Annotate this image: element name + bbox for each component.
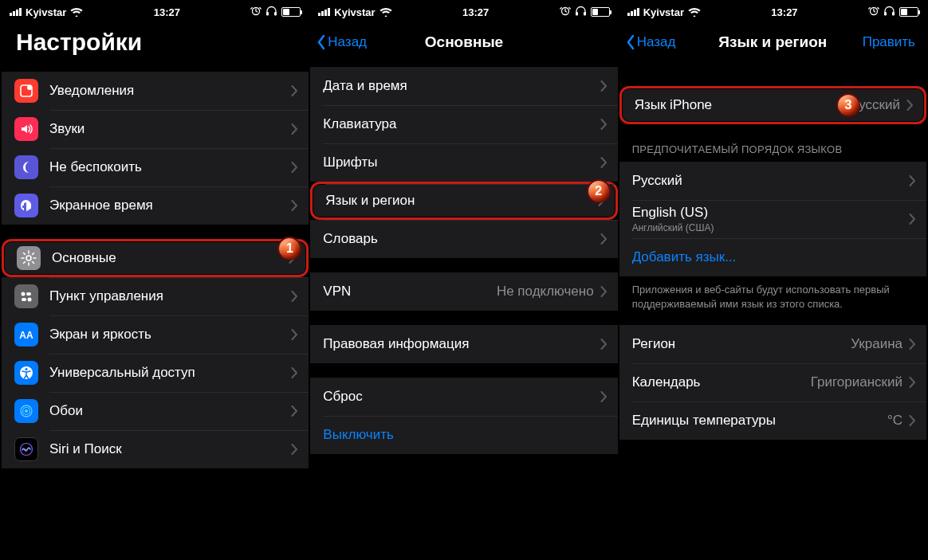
carrier-label: Kyivstar xyxy=(334,6,375,18)
step-marker: 1 xyxy=(277,237,301,260)
settings-row[interactable]: Единицы температуры°C xyxy=(619,401,926,440)
settings-row[interactable]: Словарь xyxy=(310,220,617,258)
settings-row[interactable]: Выключить xyxy=(310,416,617,454)
signal-icon xyxy=(627,8,639,16)
settings-row[interactable]: Обои xyxy=(2,392,309,430)
chevron-right-icon xyxy=(291,123,297,135)
nav-bar: Назад Язык и регион Править xyxy=(619,22,926,62)
page-title: Настройки xyxy=(16,22,142,67)
signal-icon xyxy=(10,8,22,16)
row-sublabel: Английский (США) xyxy=(632,222,902,233)
settings-row[interactable]: Язык и регион2 xyxy=(310,182,617,220)
step-marker: 3 xyxy=(836,93,860,117)
nav-bar: Назад Основные xyxy=(310,22,617,62)
row-label: Добавить язык... xyxy=(632,249,915,265)
group-reset: СбросВыключить xyxy=(310,378,617,454)
edit-button[interactable]: Править xyxy=(863,22,915,62)
svg-rect-11 xyxy=(22,298,26,301)
row-label: Сброс xyxy=(323,389,593,405)
settings-row[interactable]: РегионУкраина xyxy=(619,325,926,363)
row-label: Шрифты xyxy=(323,155,593,170)
page-title: Язык и регион xyxy=(718,33,827,51)
alarm-icon xyxy=(560,6,571,18)
settings-row[interactable]: Русский xyxy=(619,162,926,200)
settings-row[interactable]: Основные1 xyxy=(2,239,309,277)
chevron-right-icon xyxy=(291,444,297,455)
settings-row[interactable]: КалендарьГригорианский xyxy=(619,363,926,401)
headphones-icon xyxy=(883,6,895,18)
screen-general: Kyivstar 13:27 Назад Основные Дата и вре… xyxy=(309,2,617,558)
group-system: Дата и времяКлавиатураШрифтыЯзык и регио… xyxy=(310,67,617,258)
row-label: Экранное время xyxy=(49,198,285,213)
chevron-right-icon xyxy=(600,80,607,92)
notifications-icon xyxy=(14,79,38,103)
settings-row[interactable]: Правовая информация xyxy=(310,325,617,363)
group-preferred-langs: ПРЕДПОЧИТАЕМЫЙ ПОРЯДОК ЯЗЫКОВ РусскийEng… xyxy=(619,139,926,311)
alarm-icon xyxy=(250,6,261,18)
status-bar: Kyivstar 13:27 xyxy=(2,2,309,22)
settings-row[interactable]: Экранное время xyxy=(2,186,309,225)
settings-row[interactable]: Дата и время xyxy=(310,67,617,105)
battery-icon xyxy=(899,7,918,17)
wifi-icon xyxy=(379,7,392,17)
headphones-icon xyxy=(575,6,587,18)
back-button[interactable]: Назад xyxy=(317,22,367,62)
row-label: Звуки xyxy=(49,121,285,137)
settings-list[interactable]: УведомленияЗвукиНе беспокоитьЭкранное вр… xyxy=(2,67,309,558)
row-label: Универсальный доступ xyxy=(49,365,285,381)
row-label: Уведомления xyxy=(49,83,285,99)
settings-row[interactable]: Пункт управления xyxy=(2,277,309,315)
settings-row[interactable]: Универсальный доступ xyxy=(2,354,309,392)
group-legal: Правовая информация xyxy=(310,325,617,363)
step-marker: 2 xyxy=(587,179,611,203)
row-label: Русский xyxy=(632,173,902,189)
row-label: English (US) xyxy=(632,205,902,221)
clock: 13:27 xyxy=(462,6,489,18)
settings-row[interactable]: Уведомления xyxy=(2,72,309,110)
alarm-icon xyxy=(868,6,879,18)
row-label: Экран и яркость xyxy=(49,327,285,343)
group-footer: Приложения и веб-сайты будут использоват… xyxy=(619,276,926,311)
carrier-label: Kyivstar xyxy=(26,6,66,18)
svg-rect-2 xyxy=(274,12,277,16)
settings-row[interactable]: VPNНе подключено xyxy=(310,272,617,311)
back-label: Назад xyxy=(637,34,676,50)
clock: 13:27 xyxy=(154,6,180,18)
row-label: Не беспокоить xyxy=(49,159,285,175)
control-center-icon xyxy=(14,284,38,308)
row-label: Выключить xyxy=(323,427,606,443)
headphones-icon xyxy=(265,6,277,18)
svg-point-4 xyxy=(27,85,32,90)
row-label: Единицы температуры xyxy=(632,413,881,429)
back-button[interactable]: Назад xyxy=(626,22,676,62)
settings-row[interactable]: Siri и Поиск xyxy=(2,430,309,468)
settings-row[interactable]: Звуки xyxy=(2,110,309,148)
settings-row[interactable]: English (US)Английский (США) xyxy=(619,200,926,238)
svg-rect-23 xyxy=(884,12,887,16)
settings-row[interactable]: Сброс xyxy=(310,378,617,416)
settings-row[interactable]: Шрифты xyxy=(310,143,617,182)
settings-row[interactable]: Клавиатура xyxy=(310,105,617,143)
chevron-right-icon xyxy=(600,339,607,350)
language-list[interactable]: Язык iPhoneРусский3 ПРЕДПОЧИТАЕМЫЙ ПОРЯД… xyxy=(619,62,926,558)
svg-point-7 xyxy=(26,256,31,260)
svg-rect-20 xyxy=(576,12,578,16)
row-label: Siri и Поиск xyxy=(49,441,285,457)
general-list[interactable]: Дата и времяКлавиатураШрифтыЯзык и регио… xyxy=(310,62,617,558)
svg-rect-21 xyxy=(584,12,586,16)
wifi-icon xyxy=(688,7,701,17)
svg-rect-24 xyxy=(892,12,895,16)
settings-row[interactable]: Добавить язык... xyxy=(619,238,926,276)
chevron-right-icon xyxy=(600,157,607,168)
row-label: Клавиатура xyxy=(323,116,593,132)
settings-row[interactable]: AAЭкран и яркость xyxy=(2,315,309,354)
carrier-label: Kyivstar xyxy=(643,6,684,18)
settings-row[interactable]: Не беспокоить xyxy=(2,148,309,186)
group-region: РегионУкраинаКалендарьГригорианскийЕдини… xyxy=(619,325,926,440)
group-iphone-lang: Язык iPhoneРусский3 xyxy=(619,86,926,124)
chevron-right-icon xyxy=(906,100,913,111)
siri-icon xyxy=(14,437,38,461)
row-value: Не подключено xyxy=(497,284,594,300)
settings-row[interactable]: Язык iPhoneРусский3 xyxy=(619,86,926,124)
svg-point-8 xyxy=(22,292,26,296)
